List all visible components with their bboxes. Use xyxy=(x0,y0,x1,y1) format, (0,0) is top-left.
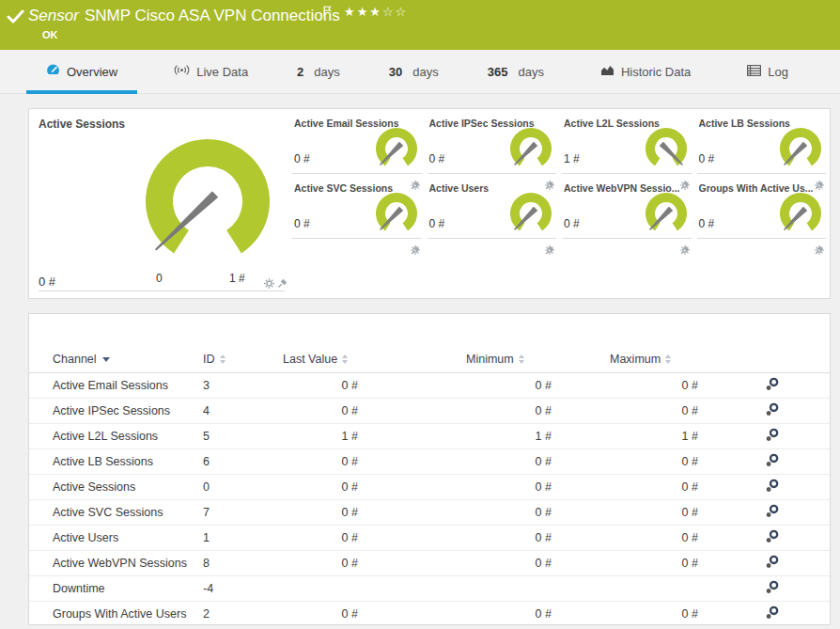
tab-day-number: 365 xyxy=(488,65,508,79)
channel-name[interactable]: Active Sessions xyxy=(29,474,203,499)
channel-minimum: 0 # xyxy=(372,499,566,525)
channel-maximum: 0 # xyxy=(566,398,712,423)
gauge-dial xyxy=(775,125,826,172)
channel-settings-icon[interactable] xyxy=(765,605,779,620)
channel-last-value: 0 # xyxy=(283,601,372,625)
historic-chart-icon xyxy=(600,65,614,79)
gauge-value: 0 # xyxy=(294,152,310,165)
overview-gauge-icon xyxy=(46,63,60,80)
channel-settings-icon[interactable] xyxy=(765,504,779,518)
sensor-name: SNMP Cisco ASA VPN Connections xyxy=(85,7,340,24)
gauge-value: 0 # xyxy=(429,217,445,230)
gauge-dial xyxy=(506,190,556,237)
column-header-last-value[interactable]: Last Value xyxy=(283,346,372,372)
column-header-minimum[interactable]: Minimum xyxy=(372,346,566,372)
gauge-value: 1 # xyxy=(564,152,580,165)
gauge-value: 0 # xyxy=(294,217,310,230)
column-header-maximum[interactable]: Maximum xyxy=(566,346,712,372)
column-header-id[interactable]: ID xyxy=(203,346,283,372)
gauge-dial xyxy=(641,125,692,172)
small-gauge: Active SVC Sessions 0 # xyxy=(292,180,422,239)
channel-settings-icon[interactable] xyxy=(765,555,779,569)
tab-label: Overview xyxy=(67,65,117,79)
tab-settings[interactable]: Settings xyxy=(825,50,840,93)
priority-stars[interactable]: ★★★☆☆ xyxy=(344,5,408,19)
tab-day-number: 30 xyxy=(389,65,402,79)
gauges-panel: Active Sessions 0 # 0 1 # Active Email S… xyxy=(28,108,831,299)
column-header-channel[interactable]: Channel xyxy=(29,346,203,372)
channel-id: 4 xyxy=(203,398,283,423)
channel-settings-icon[interactable] xyxy=(765,580,779,594)
channels-panel: Channel ID Last Value Minimum Maximum Ac… xyxy=(28,313,831,625)
channel-name[interactable]: Active Users xyxy=(29,525,203,550)
column-label: ID xyxy=(203,353,215,366)
table-row: Active LB Sessions 6 0 # 0 # 0 # xyxy=(29,448,831,474)
channel-maximum: 0 # xyxy=(566,372,712,398)
channel-id: 6 xyxy=(203,448,283,474)
channel-id: 2 xyxy=(203,601,283,625)
channel-name[interactable]: Groups With Active Users xyxy=(29,601,203,625)
tab-2-days[interactable]: 2 days xyxy=(277,50,360,93)
sort-icon xyxy=(342,354,348,364)
channel-id: -4 xyxy=(203,575,283,601)
channel-name[interactable]: Active IPSec Sessions xyxy=(29,398,203,423)
channel-name[interactable]: Active LB Sessions xyxy=(29,448,203,474)
flag-icon[interactable] xyxy=(323,4,332,21)
small-gauge: Active L2L Sessions 1 # xyxy=(562,115,692,174)
gauge-dial xyxy=(371,190,422,237)
table-row: Active WebVPN Sessions 8 0 # 0 # 0 # xyxy=(29,550,831,575)
channel-settings-icon[interactable] xyxy=(765,453,779,467)
gauge-title: Active Users xyxy=(429,182,490,194)
gauge-gear-icon[interactable] xyxy=(264,278,274,289)
channel-settings-icon[interactable] xyxy=(765,479,779,493)
tab-historic-data[interactable]: Historic Data xyxy=(581,50,710,93)
sort-desc-icon xyxy=(102,357,110,362)
channel-name[interactable]: Active Email Sessions xyxy=(29,372,203,398)
gauge-dial xyxy=(641,190,692,237)
table-row: Active Email Sessions 3 0 # 0 # 0 # xyxy=(29,372,831,398)
tab-overview[interactable]: Overview xyxy=(26,50,137,93)
channel-name[interactable]: Downtime xyxy=(29,575,203,601)
gauge-pin-icon[interactable] xyxy=(277,278,288,289)
channel-last-value: 0 # xyxy=(283,448,372,474)
channel-last-value: 0 # xyxy=(283,398,372,423)
channel-name[interactable]: Active L2L Sessions xyxy=(29,423,203,448)
page-title: SensorSNMP Cisco ASA VPN Connections xyxy=(28,7,340,25)
channel-minimum: 0 # xyxy=(372,550,566,575)
gauge-value: 0 # xyxy=(699,152,715,165)
gauge-value: 0 # xyxy=(39,275,55,289)
column-label: Channel xyxy=(53,353,97,366)
tab-30-days[interactable]: 30 days xyxy=(369,50,459,93)
channels-table-body: Active Email Sessions 3 0 # 0 # 0 # Acti… xyxy=(29,372,831,625)
column-label: Last Value xyxy=(283,353,337,366)
tab-label: Historic Data xyxy=(621,65,691,79)
channel-id: 7 xyxy=(203,499,283,525)
gauge-underline xyxy=(39,291,285,291)
sort-icon xyxy=(519,354,524,364)
channel-minimum: 0 # xyxy=(372,448,566,474)
channel-settings-icon[interactable] xyxy=(765,377,779,391)
gauge-scale-max: 1 # xyxy=(229,272,245,285)
tab-365-days[interactable]: 365 days xyxy=(468,50,564,93)
channel-last-value: 0 # xyxy=(283,525,372,550)
channel-settings-icon[interactable] xyxy=(765,402,779,417)
tab-label: Log xyxy=(768,65,788,79)
channel-settings-icon[interactable] xyxy=(765,529,779,543)
tab-live-data[interactable]: Live Data xyxy=(154,50,268,93)
channel-id: 3 xyxy=(203,372,283,398)
channel-minimum xyxy=(372,575,566,601)
gauge-scale-min: 0 xyxy=(156,272,163,285)
column-header-settings xyxy=(712,346,831,372)
channels-table: Channel ID Last Value Minimum Maximum Ac… xyxy=(29,346,831,625)
table-row: Downtime -4 xyxy=(29,575,831,601)
tab-log[interactable]: Log xyxy=(727,50,808,93)
channel-id: 5 xyxy=(203,423,283,448)
channel-name[interactable]: Active SVC Sessions xyxy=(29,499,203,525)
channel-maximum: 0 # xyxy=(566,525,712,550)
channel-settings-icon[interactable] xyxy=(765,428,779,442)
channel-last-value: 1 # xyxy=(283,423,372,448)
channel-name[interactable]: Active WebVPN Sessions xyxy=(29,550,203,575)
sensor-header: SensorSNMP Cisco ASA VPN Connections ★★★… xyxy=(0,0,840,50)
small-gauge: Active Users 0 # xyxy=(428,180,557,239)
channel-minimum: 0 # xyxy=(372,398,566,423)
